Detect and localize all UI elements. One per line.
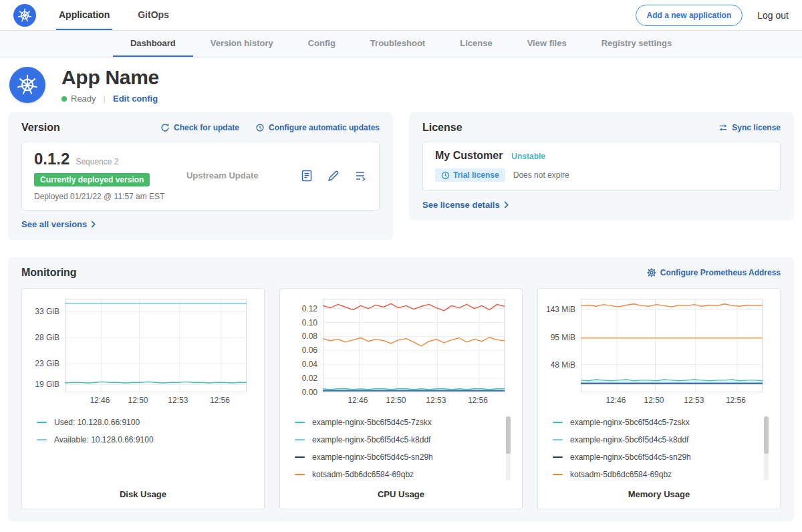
license-card-title: License <box>422 122 462 134</box>
trial-license-badge: Trial license <box>435 168 505 182</box>
tab-config[interactable]: Config <box>291 31 353 57</box>
x-tick-label: 12:56 <box>468 396 488 405</box>
legend-color-dash <box>37 422 47 423</box>
chart-legend: Used: 10.128.0.66:9100Available: 10.128.… <box>31 416 255 446</box>
x-axis: 12:4612:5012:5312:56 <box>289 396 513 409</box>
app-subnav: Dashboard Version history Config Trouble… <box>0 31 802 57</box>
legend-scrollbar-thumb[interactable] <box>506 416 511 454</box>
y-tick-label: 0.06 <box>302 346 317 355</box>
chart-legend: example-nginx-5bc6f5d4c5-7zskxexample-ng… <box>547 416 771 481</box>
legend-label: example-nginx-5bc6f5d4c5-7zskx <box>312 418 432 427</box>
add-application-button[interactable]: Add a new application <box>636 5 743 26</box>
top-navbar: Application GitOps Add a new application… <box>0 0 802 31</box>
legend-item: example-nginx-5bc6f5d4c5-7zskx <box>295 418 499 427</box>
x-tick-label: 12:50 <box>644 396 664 405</box>
legend-color-dash <box>553 474 563 475</box>
chart-plot-area: 143 MiB95 MiB48 MiB <box>547 299 771 392</box>
chart-panel-cpu-usage: 0.120.100.080.060.040.020.0012:4612:5012… <box>279 288 523 509</box>
x-tick-label: 12:53 <box>426 396 446 405</box>
y-tick-label: 0.08 <box>302 331 317 341</box>
legend-color-dash <box>295 439 305 440</box>
legend-item: example-nginx-5bc6f5d4c5-sn29h <box>553 452 757 462</box>
view-diff-icon[interactable] <box>354 169 367 182</box>
x-tick-label: 12:46 <box>90 396 110 405</box>
tab-version-history[interactable]: Version history <box>193 31 291 57</box>
chart-svg-disk-usage <box>65 299 247 392</box>
configure-automatic-updates-link[interactable]: Configure automatic updates <box>255 123 380 132</box>
auto-update-clock-icon <box>255 123 265 132</box>
y-tick-label: 23 GiB <box>35 359 59 368</box>
configure-automatic-updates-label: Configure automatic updates <box>269 123 380 132</box>
legend-label: kotsadm-5db6dc6584-69qbz <box>312 470 414 479</box>
legend-scrollbar[interactable] <box>506 416 511 481</box>
tab-license[interactable]: License <box>442 31 509 57</box>
page-title: App Name <box>61 66 159 89</box>
logout-link[interactable]: Log out <box>757 10 789 21</box>
gear-icon <box>647 268 656 277</box>
legend-color-dash <box>37 439 47 440</box>
nav-tab-label: GitOps <box>138 9 169 20</box>
x-tick-label: 12:56 <box>726 396 746 405</box>
chevron-right-icon <box>91 221 96 228</box>
y-tick-label: 0.12 <box>302 304 317 313</box>
edit-config-link[interactable]: Edit config <box>113 94 158 104</box>
app-header: App Name Ready | Edit config <box>0 57 802 112</box>
nav-tab-gitops[interactable]: GitOps <box>135 0 172 30</box>
legend-color-dash <box>295 474 305 475</box>
license-card: License Sync license My Customer Unstabl… <box>409 112 794 221</box>
deployed-timestamp: Deployed 01/21/22 @ 11:57 am EST <box>34 192 164 201</box>
status-text: Ready <box>71 94 96 104</box>
chart-panel-disk-usage: 33 GiB28 GiB23 GiB19 GiB12:4612:5012:531… <box>21 288 265 509</box>
monitoring-title: Monitoring <box>21 267 77 279</box>
x-axis: 12:4612:5012:5312:56 <box>547 396 771 409</box>
y-tick-label: 0.04 <box>302 360 317 369</box>
charts-row: 33 GiB28 GiB23 GiB19 GiB12:4612:5012:531… <box>21 288 781 509</box>
y-tick-label: 0.10 <box>302 318 317 327</box>
y-tick-label: 95 MiB <box>551 333 575 342</box>
y-axis: 33 GiB28 GiB23 GiB19 GiB <box>31 299 65 392</box>
legend-item: Used: 10.128.0.66:9100 <box>37 418 241 427</box>
customer-name: My Customer <box>435 150 503 162</box>
legend-label: Available: 10.128.0.66:9100 <box>54 435 154 444</box>
nav-tab-application[interactable]: Application <box>56 0 112 30</box>
kubernetes-logo-icon <box>13 4 36 27</box>
legend-scrollbar[interactable] <box>764 416 769 481</box>
legend-item: kotsadm-5db6dc6584-69qbz <box>553 470 757 479</box>
y-tick-label: 48 MiB <box>551 360 575 370</box>
x-axis: 12:4612:5012:5312:56 <box>31 396 255 409</box>
sync-icon <box>718 123 728 132</box>
release-notes-icon[interactable] <box>300 169 313 182</box>
see-license-details-link[interactable]: See license details <box>422 200 509 210</box>
check-for-update-label: Check for update <box>174 123 239 132</box>
tab-troubleshoot[interactable]: Troubleshoot <box>353 31 442 57</box>
nav-tab-label: Application <box>59 9 110 20</box>
tab-registry-settings[interactable]: Registry settings <box>584 31 689 57</box>
x-tick-label: 12:56 <box>210 396 230 405</box>
legend-item: example-nginx-5bc6f5d4c5-k8ddf <box>553 435 757 444</box>
legend-label: Used: 10.128.0.66:9100 <box>54 418 140 427</box>
chart-title: Disk Usage <box>31 481 255 503</box>
tab-dashboard[interactable]: Dashboard <box>113 31 193 57</box>
chart-plot-area: 33 GiB28 GiB23 GiB19 GiB <box>31 299 255 392</box>
primary-nav: Application GitOps <box>56 0 194 30</box>
edit-pen-icon[interactable] <box>327 169 340 182</box>
trial-license-label: Trial license <box>453 170 499 180</box>
y-tick-label: 19 GiB <box>35 380 59 389</box>
status-dot <box>61 96 67 102</box>
sequence-label: Sequence 2 <box>76 157 118 166</box>
see-all-versions-link[interactable]: See all versions <box>21 219 96 229</box>
configure-prometheus-link[interactable]: Configure Prometheus Address <box>647 268 781 277</box>
legend-color-dash <box>295 456 305 458</box>
x-tick-label: 12:46 <box>606 396 626 405</box>
deployed-badge: Currently deployed version <box>34 173 150 186</box>
tab-view-files[interactable]: View files <box>510 31 584 57</box>
check-for-update-link[interactable]: Check for update <box>160 123 239 132</box>
x-tick-label: 12:50 <box>386 396 406 405</box>
version-number: 0.1.2 <box>34 150 70 168</box>
legend-label: example-nginx-5bc6f5d4c5-7zskx <box>570 418 690 427</box>
sync-license-link[interactable]: Sync license <box>718 123 781 132</box>
y-tick-label: 0.02 <box>302 374 317 383</box>
legend-scrollbar-thumb[interactable] <box>764 416 769 454</box>
x-tick-label: 12:46 <box>348 396 368 405</box>
y-tick-label: 33 GiB <box>35 307 59 316</box>
